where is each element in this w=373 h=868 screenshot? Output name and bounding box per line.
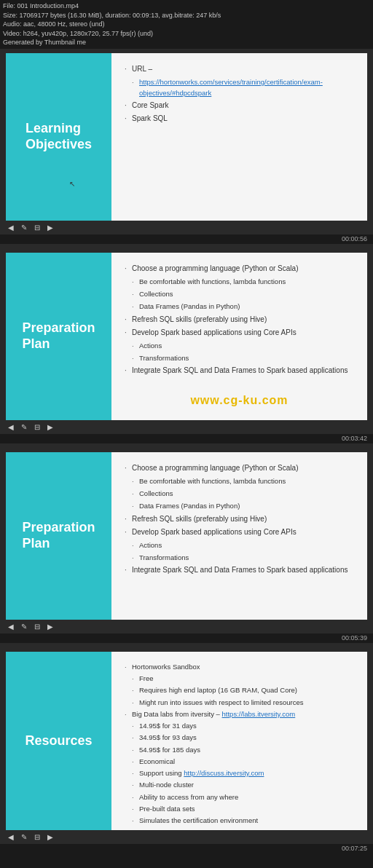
- list-item: Integrate Spark SQL and Data Frames to S…: [125, 564, 354, 576]
- slide-1-left-panel: LearningObjectives: [6, 53, 111, 221]
- grid-button-4[interactable]: ⊟: [32, 832, 42, 842]
- list-item: 14.95$ for 31 days: [125, 721, 354, 731]
- list-item: Be comfortable with functions, lambda fu…: [125, 276, 354, 287]
- info-line-3: Audio: aac, 48000 Hz, stereo (und): [3, 20, 370, 29]
- slide-4-left-panel: Resources: [6, 652, 111, 830]
- list-item: Data Frames (Pandas in Python): [125, 301, 354, 312]
- list-item: Collections: [125, 288, 354, 299]
- slide-1-title: LearningObjectives: [25, 121, 92, 152]
- list-item: Multi-node cluster: [125, 780, 354, 790]
- info-line-2: Size: 17069177 bytes (16.30 MiB), durati…: [3, 11, 370, 20]
- list-item: https://hortonworks.com/services/trainin…: [125, 76, 354, 98]
- list-item: Refresh SQL skills (preferably using Hiv…: [125, 513, 354, 525]
- slide-3-title: PreparationPlan: [22, 520, 95, 551]
- list-item: Be comfortable with functions, lambda fu…: [125, 476, 354, 486]
- edit-button-3[interactable]: ✎: [19, 622, 29, 631]
- list-item: Transformations: [125, 552, 354, 563]
- edit-button-4[interactable]: ✎: [19, 832, 29, 842]
- slide-4-title: Resources: [25, 733, 92, 749]
- itversity-link: https://labs.itversity.com: [222, 710, 296, 718]
- slide-4-wrapper: Resources Hortonworks Sandbox Free Requi…: [0, 647, 373, 830]
- slide-4: Resources Hortonworks Sandbox Free Requi…: [6, 652, 367, 830]
- list-item: Might run into issues with respect to li…: [125, 698, 354, 708]
- slide-1-content: URL – https://hortonworks.com/services/t…: [111, 53, 367, 221]
- slide-4-content: Hortonworks Sandbox Free Requires high e…: [111, 652, 367, 830]
- slide-3-wrapper: PreparationPlan Choose a programming lan…: [0, 448, 373, 620]
- timestamp-1: 00:00:56: [0, 234, 373, 244]
- slide-2-wrapper: PreparationPlan Choose a programming lan…: [0, 248, 373, 420]
- list-item: Free: [125, 674, 354, 684]
- info-bar: File: 001 Introduction.mp4 Size: 1706917…: [0, 0, 373, 49]
- list-item: Develop Spark based applications using C…: [125, 327, 354, 339]
- list-item: Support using http://discuss.itversity.c…: [125, 768, 354, 778]
- slide-2-left-panel: PreparationPlan: [6, 253, 111, 420]
- info-line-4: Video: h264, yuv420p, 1280x720, 25.77 fp…: [3, 29, 370, 39]
- slide-3: PreparationPlan Choose a programming lan…: [6, 452, 367, 620]
- slide-3-controls: ◀ ✎ ⊟ ▶: [0, 620, 373, 634]
- list-item: Actions: [125, 340, 354, 351]
- list-item: Data Frames (Pandas in Python): [125, 500, 354, 511]
- next-button-2[interactable]: ▶: [45, 422, 55, 432]
- slide-2-controls: ◀ ✎ ⊟ ▶: [0, 420, 373, 434]
- list-item: Economical: [125, 757, 354, 767]
- grid-button[interactable]: ⊟: [32, 223, 42, 232]
- list-item: Core Spark: [125, 100, 354, 111]
- list-item: Develop Spark based applications using C…: [125, 526, 354, 538]
- list-item: Refresh SQL skills (preferably using Hiv…: [125, 314, 354, 326]
- slide-1-wrapper: LearningObjectives URL – https://hortonw…: [0, 49, 373, 221]
- watermark: www.cg-ku.com: [111, 391, 367, 410]
- slide-4-controls: ◀ ✎ ⊟ ▶: [0, 830, 373, 844]
- list-item: Transformations: [125, 352, 354, 363]
- list-item: Ability to access from any where: [125, 792, 354, 802]
- list-item: Hortonworks Sandbox: [125, 662, 354, 672]
- slide-2-title: PreparationPlan: [22, 320, 95, 352]
- prev-button-3[interactable]: ◀: [6, 622, 16, 631]
- next-button[interactable]: ▶: [45, 223, 55, 232]
- grid-button-2[interactable]: ⊟: [32, 422, 42, 432]
- list-item: Actions: [125, 540, 354, 551]
- list-item: Collections: [125, 488, 354, 499]
- timestamp-4: 00:07:25: [0, 844, 373, 853]
- slide-1: LearningObjectives URL – https://hortonw…: [6, 53, 367, 221]
- list-item: 34.95$ for 93 days: [125, 733, 354, 743]
- next-button-3[interactable]: ▶: [45, 622, 55, 631]
- timestamp-3: 00:05:39: [0, 634, 373, 643]
- cursor-1: [69, 178, 75, 184]
- prev-button-4[interactable]: ◀: [6, 832, 16, 842]
- list-item: Choose a programming language (Python or…: [125, 462, 354, 474]
- prev-button-2[interactable]: ◀: [6, 422, 16, 432]
- list-item: Spark SQL: [125, 113, 354, 125]
- list-item: Choose a programming language (Python or…: [125, 263, 354, 275]
- list-item: 54.95$ for 185 days: [125, 745, 354, 755]
- url-link: https://hortonworks.com/services/trainin…: [139, 78, 323, 97]
- slide-1-controls: ◀ ✎ ⊟ ▶: [0, 221, 373, 234]
- slide-2: PreparationPlan Choose a programming lan…: [6, 253, 367, 420]
- prev-button[interactable]: ◀: [6, 223, 16, 232]
- list-item: Pre-built data sets: [125, 804, 354, 814]
- discuss-link: http://discuss.itversity.com: [184, 769, 264, 777]
- slide-2-content: Choose a programming language (Python or…: [111, 253, 367, 420]
- info-line-1: File: 001 Introduction.mp4: [3, 1, 370, 11]
- slide-3-content: Choose a programming language (Python or…: [111, 452, 367, 620]
- edit-button-2[interactable]: ✎: [19, 422, 29, 432]
- list-item: Requires high end laptop (16 GB RAM, Qua…: [125, 685, 354, 695]
- slide-3-left-panel: PreparationPlan: [6, 452, 111, 620]
- timestamp-2: 00:03:42: [0, 434, 373, 443]
- edit-button[interactable]: ✎: [19, 223, 29, 232]
- info-line-5: Generated by Thumbnail me: [3, 38, 370, 47]
- list-item: Big Data labs from itversity – https://l…: [125, 709, 354, 719]
- next-button-4[interactable]: ▶: [45, 832, 55, 842]
- grid-button-3[interactable]: ⊟: [32, 622, 42, 631]
- list-item: Simulates the certification environment: [125, 816, 354, 826]
- list-item: URL –: [125, 63, 354, 75]
- list-item: Integrate Spark SQL and Data Frames to S…: [125, 365, 354, 376]
